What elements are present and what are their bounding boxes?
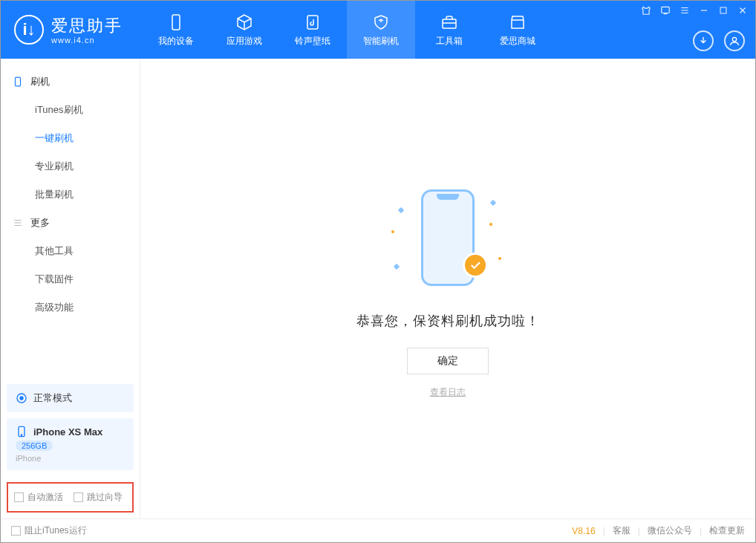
nav-tab-flash[interactable]: 智能刷机: [347, 1, 415, 59]
device-capacity: 256GB: [16, 440, 53, 451]
close-icon[interactable]: [736, 4, 749, 17]
nav-label: 工具箱: [436, 35, 463, 48]
app-name: 爱思助手: [51, 15, 123, 37]
app-site: www.i4.cn: [51, 36, 123, 45]
auto-activate-checkbox[interactable]: 自动激活: [14, 491, 63, 504]
nav-label: 爱思商城: [500, 35, 535, 48]
mode-label: 正常模式: [33, 391, 72, 405]
header-right-buttons: [693, 30, 745, 51]
main-content: 恭喜您，保资料刷机成功啦！ 确定 查看日志: [140, 59, 755, 518]
block-itunes-checkbox[interactable]: 阻止iTunes运行: [11, 524, 87, 537]
nav-label: 我的设备: [158, 35, 194, 48]
app-window: i↓ 爱思助手 www.i4.cn 我的设备 应用游戏 铃声壁纸 智能刷机: [0, 0, 756, 543]
music-icon: [303, 13, 322, 32]
footer-link-wechat[interactable]: 微信公众号: [648, 524, 692, 537]
svg-rect-0: [172, 15, 180, 30]
logo-icon: i↓: [14, 15, 44, 45]
success-message: 恭喜您，保资料刷机成功啦！: [356, 312, 540, 330]
shield-icon: [371, 13, 391, 32]
group-title: 刷机: [30, 75, 50, 88]
nav-tab-store[interactable]: 爱思商城: [483, 1, 552, 59]
minimize-icon[interactable]: [697, 4, 711, 17]
group-title: 更多: [30, 216, 50, 230]
svg-rect-1: [307, 16, 318, 29]
device-type: iPhone: [16, 454, 125, 463]
nav-label: 智能刷机: [363, 35, 399, 48]
skip-guide-label: 跳过向导: [87, 491, 123, 504]
svg-rect-2: [443, 19, 456, 28]
phone-icon: [166, 13, 186, 32]
view-log-link[interactable]: 查看日志: [430, 386, 466, 399]
phone-icon: [13, 77, 23, 87]
nav-tab-ringtone[interactable]: 铃声壁纸: [278, 1, 347, 59]
sidebar: 刷机 iTunes刷机 一键刷机 专业刷机 批量刷机 更多 其他工具 下载固件 …: [1, 59, 140, 518]
svg-rect-6: [16, 77, 21, 86]
maximize-icon[interactable]: [717, 4, 730, 17]
version-label: V8.16: [572, 526, 595, 536]
nav-tab-device[interactable]: 我的设备: [142, 1, 210, 59]
block-itunes-label: 阻止iTunes运行: [25, 524, 87, 537]
sidebar-item-other-tools[interactable]: 其他工具: [1, 237, 140, 265]
sidebar-item-download-fw[interactable]: 下载固件: [1, 265, 140, 293]
window-controls: [639, 4, 749, 17]
sidebar-item-oneclick-flash[interactable]: 一键刷机: [1, 124, 140, 152]
nav-tab-apps[interactable]: 应用游戏: [210, 1, 278, 59]
feedback-icon[interactable]: [659, 4, 672, 17]
footer-link-update[interactable]: 检查更新: [709, 524, 745, 537]
svg-rect-3: [662, 7, 670, 13]
checkbox-icon: [11, 526, 21, 536]
sidebar-item-itunes-flash[interactable]: iTunes刷机: [1, 96, 140, 124]
success-illustration: [388, 178, 507, 297]
logo-area: i↓ 爱思助手 www.i4.cn: [1, 1, 136, 59]
check-badge-icon: [463, 253, 488, 278]
user-button[interactable]: [724, 30, 745, 51]
confirm-button[interactable]: 确定: [407, 348, 489, 374]
list-icon: [13, 218, 23, 228]
nav-label: 铃声壁纸: [295, 35, 330, 48]
toolbox-icon: [440, 13, 459, 32]
checkbox-icon: [14, 492, 24, 502]
device-name: iPhone XS Max: [33, 426, 102, 438]
download-button[interactable]: [693, 30, 714, 51]
sidebar-group-more: 更多: [1, 209, 140, 237]
store-icon: [508, 13, 527, 32]
cube-icon: [235, 13, 254, 32]
skip-guide-checkbox[interactable]: 跳过向导: [74, 491, 123, 504]
svg-point-10: [21, 435, 22, 435]
sidebar-item-advanced[interactable]: 高级功能: [1, 293, 140, 322]
nav-tabs: 我的设备 应用游戏 铃声壁纸 智能刷机 工具箱 爱思商城: [142, 1, 552, 59]
skin-icon[interactable]: [639, 4, 653, 17]
checkbox-icon: [74, 492, 83, 502]
sidebar-item-batch-flash[interactable]: 批量刷机: [1, 181, 140, 209]
auto-activate-label: 自动激活: [27, 491, 63, 504]
sidebar-item-pro-flash[interactable]: 专业刷机: [1, 152, 140, 181]
nav-tab-toolbox[interactable]: 工具箱: [415, 1, 483, 59]
mode-icon: [16, 392, 27, 404]
svg-point-5: [732, 37, 736, 41]
mode-card[interactable]: 正常模式: [7, 384, 134, 412]
device-phone-icon: [16, 426, 27, 438]
sidebar-bottom-checks: 自动激活 跳过向导: [7, 482, 134, 513]
footer-link-service[interactable]: 客服: [613, 524, 630, 537]
footer: 阻止iTunes运行 V8.16 | 客服 | 微信公众号 | 检查更新: [1, 518, 755, 542]
header: i↓ 爱思助手 www.i4.cn 我的设备 应用游戏 铃声壁纸 智能刷机: [1, 1, 755, 59]
sidebar-device-section: 正常模式 iPhone XS Max 256GB iPhone: [1, 378, 140, 476]
nav-label: 应用游戏: [227, 35, 262, 48]
sidebar-group-flash: 刷机: [1, 68, 140, 96]
menu-icon[interactable]: [678, 4, 691, 17]
body: 刷机 iTunes刷机 一键刷机 专业刷机 批量刷机 更多 其他工具 下载固件 …: [1, 59, 755, 518]
svg-point-8: [20, 397, 23, 400]
svg-rect-4: [720, 7, 726, 13]
device-card[interactable]: iPhone XS Max 256GB iPhone: [7, 418, 134, 470]
